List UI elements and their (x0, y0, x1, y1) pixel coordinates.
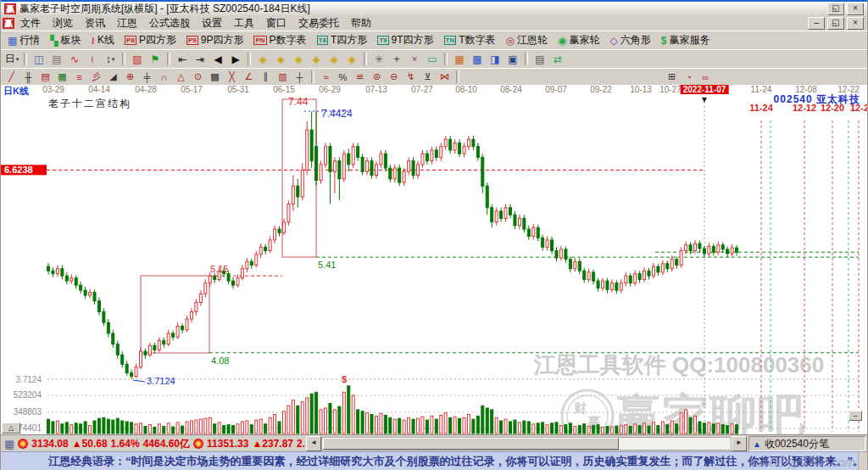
menu-item-8[interactable]: 窗口 (260, 15, 292, 31)
draw-gann-box-button[interactable]: ▦ (54, 70, 70, 83)
tool-gann-diamond-1-button[interactable]: ◈ (254, 52, 271, 66)
tool-save-layout-button[interactable]: ◨ (487, 52, 504, 66)
toolbar-9t-square[interactable]: T99T四方形 (373, 32, 437, 48)
draw-hatch-button[interactable]: ╫ (20, 70, 36, 83)
volume-collapse-button[interactable]: △ (2, 422, 20, 434)
tool-hand-tool-button[interactable]: ✳ (370, 52, 387, 66)
tool-notebook-button[interactable]: ▤ (48, 52, 65, 66)
draw-wave-button[interactable]: ≈ (318, 70, 334, 83)
menu-item-5[interactable]: 公式选股 (143, 15, 196, 31)
child-close-button[interactable]: × (847, 17, 864, 30)
tool-crosshair-tool-button[interactable]: + (388, 52, 405, 66)
tool-calendar-button[interactable]: ▦ (451, 52, 468, 66)
draw-grid-window-button[interactable]: ⊞ (664, 70, 680, 83)
scroll-right-arrow[interactable]: ► (732, 436, 747, 451)
tool-first-page-button[interactable]: ⇤ (174, 52, 191, 66)
toolbar-p-number-table[interactable]: PNP数字表 (249, 32, 310, 48)
child-minimize-button[interactable]: – (808, 17, 825, 30)
close-button[interactable]: × (847, 3, 864, 15)
menu-item-4[interactable]: 江恩 (111, 15, 143, 31)
candlestick-chart[interactable]: 财赢江恩工具软件 QQ:100800360赢家聊吧523204348803174… (1, 95, 868, 434)
menu-item-2[interactable]: 浏览 (47, 15, 79, 31)
toolbar-p-square[interactable]: P8P四方形 (120, 32, 181, 48)
tool-region-tool-button[interactable]: ▧ (129, 52, 146, 66)
draw-fan-lines-button[interactable]: 彡 (88, 70, 104, 83)
menu-item-9[interactable]: 交易委托 (292, 15, 345, 31)
tool-save-button[interactable]: ▣ (504, 52, 521, 66)
draw-levels-button[interactable]: ≡ (71, 70, 87, 83)
toolbar-winner-wheel[interactable]: ◉赢家轮 (554, 32, 604, 48)
draw-arc-button[interactable]: ∩ (156, 70, 172, 83)
draw-angle-button[interactable]: ∠ (241, 70, 257, 83)
tool-gann-diamond-4-button[interactable]: ◈ (308, 52, 325, 66)
menu-item-1[interactable]: 文件 (14, 15, 47, 31)
tool-gann-diamond-2-button[interactable]: ◈ (272, 52, 289, 66)
toolbar-winner-service[interactable]: $赢家服务 (657, 32, 715, 48)
tool-gann-diamond-6-button[interactable]: ◈ (343, 52, 360, 66)
draw-ratio-button[interactable]: ≌ (352, 70, 368, 83)
draw-bolt-button[interactable]: ↯ (403, 70, 419, 83)
toolbar-sectors[interactable]: ▚板块 (46, 32, 85, 48)
draw-cycle-button[interactable]: ⊙ (190, 70, 206, 83)
market-grid-icon[interactable]: ▦ (4, 438, 14, 450)
tool-transfer-button[interactable]: ⇄ (549, 52, 566, 66)
tick-status-button[interactable]: ▲ 收002540分笔 (748, 436, 865, 451)
draw-gann-circle-button[interactable]: ⊕ (122, 70, 138, 83)
date-tick: 05-31 (227, 85, 249, 94)
tool-next-page-button[interactable]: ▶ (227, 52, 244, 66)
time-marker-icon (702, 98, 707, 103)
draw-percent-button[interactable]: % (335, 70, 351, 83)
watermark-url: liaoba.yjcf360.com (750, 455, 855, 469)
tool-measure-tool-button[interactable]: ▭ (424, 52, 441, 66)
child-restore-button[interactable]: ◱ (827, 17, 844, 30)
tool-kline-style-1-button[interactable]: ∿ (66, 52, 83, 66)
draw-parallel-button[interactable]: ∥ (258, 70, 274, 83)
tool-cut-tool-button[interactable]: × (406, 52, 423, 66)
scale-minus-button[interactable]: – (849, 411, 862, 421)
draw-cross-lines-button[interactable]: ╳ (224, 70, 240, 83)
restore-button[interactable]: ◱ (827, 3, 844, 15)
title-bar: 赢 赢家老子时空周期系统[纵横版] - [亚太科技 SZ002540-184日K… (1, 2, 867, 16)
tool-gann-diamond-5-button[interactable]: ◈ (326, 52, 342, 66)
toolbar-9p-square[interactable]: P99P四方形 (182, 32, 248, 48)
toolbar-gann-wheel[interactable]: ◎江恩轮 (502, 32, 552, 48)
draw-minus-circle-button[interactable]: ⊖ (386, 70, 402, 83)
tool-window-switch-button[interactable]: ◫ (31, 52, 47, 66)
tool-last-page-button[interactable]: ⇥ (192, 52, 209, 66)
toolbar-hexagon[interactable]: ◇六角形 (606, 32, 655, 48)
draw-pie-button[interactable]: ◔ (681, 70, 697, 83)
draw-target-button[interactable]: ⊜ (369, 70, 385, 83)
tool-flag-tool-button[interactable]: ⚑ (147, 52, 164, 66)
draw-xor-button[interactable]: ⊻ (420, 70, 436, 83)
tool-print-button[interactable]: ▤ (531, 52, 548, 66)
tool-calculator-button[interactable]: ▩ (469, 52, 486, 66)
draw-wedge-button[interactable]: ◢ (105, 70, 121, 83)
menu-item-10[interactable]: 帮助 (345, 15, 377, 31)
tool-period-day-button[interactable]: 日▾ (3, 52, 20, 66)
draw-gann-grid-button[interactable]: ▤ (37, 70, 53, 83)
draw-infinity-button[interactable]: ∞ (698, 70, 714, 83)
tool-scale-toggle-button[interactable]: ↕▾ (102, 52, 119, 66)
draw-shade-button[interactable]: ▩ (207, 70, 223, 83)
draw-grid-cross-button[interactable]: ┼ (292, 70, 308, 83)
draw-band-button[interactable]: ▥ (275, 70, 291, 83)
scroll-left-arrow[interactable]: ◄ (306, 436, 321, 451)
toolbar-quotes[interactable]: ▦行情 (3, 32, 44, 48)
future-date-label: 12-20 (821, 103, 844, 113)
horizontal-scrollbar[interactable]: ◄ ► (306, 437, 747, 450)
toolbar-t-number-table[interactable]: TNT数字表 (440, 32, 500, 48)
tool-gann-diamond-3-button[interactable]: ◈ (290, 52, 307, 66)
toolbar-t-square[interactable]: T8T四方形 (313, 32, 372, 48)
toolbar-kline[interactable]: ≀K线 (87, 32, 120, 48)
draw-rails-button[interactable]: ╪ (139, 70, 155, 83)
draw-trend-line-button[interactable]: ╱ (3, 70, 19, 83)
tool-prev-page-button[interactable]: ◀ (209, 52, 226, 66)
draw-triangle-button[interactable]: △ (173, 70, 189, 83)
menu-item-6[interactable]: 设置 (196, 15, 228, 31)
scrollbar-thumb[interactable] (323, 438, 619, 450)
draw-bowtie-button[interactable]: ⋈ (437, 70, 453, 83)
menu-item-3[interactable]: 资讯 (79, 15, 111, 31)
scrollbar-track[interactable] (321, 437, 732, 450)
menu-item-7[interactable]: 工具 (228, 15, 260, 31)
tool-kline-style-2-button[interactable]: ≀ (84, 52, 101, 66)
